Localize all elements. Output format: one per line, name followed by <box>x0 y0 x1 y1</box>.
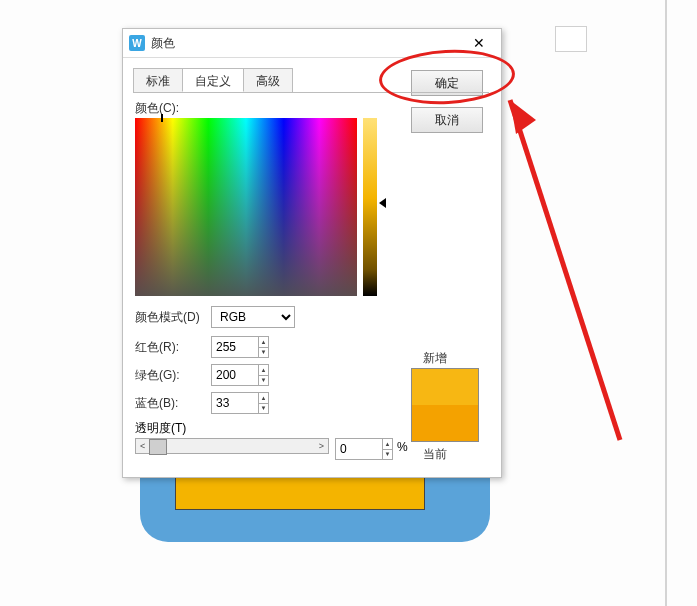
spin-down-icon[interactable]: ▼ <box>259 376 268 386</box>
color-mode-select[interactable]: RGB <box>211 306 295 328</box>
spin-up-icon[interactable]: ▲ <box>259 393 268 404</box>
preview-current-swatch <box>412 405 478 441</box>
opacity-slider-thumb[interactable] <box>149 439 167 455</box>
preview-new-swatch <box>412 369 478 405</box>
color-dialog: W 颜色 ✕ 标准 自定义 高级 确定 取消 颜色(C): 颜色模式(D) RG… <box>122 28 502 478</box>
cancel-button[interactable]: 取消 <box>411 107 483 133</box>
background-swatch <box>555 26 587 52</box>
titlebar: W 颜色 ✕ <box>123 29 501 58</box>
tabs: 标准 自定义 高级 <box>133 68 292 92</box>
mode-label: 颜色模式(D) <box>135 309 211 326</box>
color-preview <box>411 368 479 442</box>
green-label: 绿色(G): <box>135 367 211 384</box>
close-icon: ✕ <box>473 35 485 51</box>
opacity-label: 透明度(T) <box>135 420 186 437</box>
spin-up-icon[interactable]: ▲ <box>259 337 268 348</box>
svg-line-0 <box>510 100 620 440</box>
spin-up-icon[interactable]: ▲ <box>259 365 268 376</box>
color-picker-cursor <box>161 114 163 122</box>
opacity-input[interactable] <box>336 439 382 459</box>
color-label: 颜色(C): <box>135 100 179 117</box>
app-icon: W <box>129 35 145 51</box>
green-input[interactable] <box>212 365 258 385</box>
spin-down-icon[interactable]: ▼ <box>383 450 392 460</box>
chevron-left-icon[interactable]: < <box>140 441 145 451</box>
preview-current-label: 当前 <box>423 446 447 463</box>
close-button[interactable]: ✕ <box>463 31 495 55</box>
color-canvas[interactable] <box>135 118 357 296</box>
opacity-spinner[interactable]: ▲ ▼ <box>382 439 392 459</box>
blue-spinner[interactable]: ▲ ▼ <box>258 393 268 413</box>
spin-down-icon[interactable]: ▼ <box>259 348 268 358</box>
brightness-pointer-icon <box>379 198 386 208</box>
tab-advanced[interactable]: 高级 <box>243 68 293 92</box>
red-label: 红色(R): <box>135 339 211 356</box>
chevron-right-icon[interactable]: > <box>319 441 324 451</box>
svg-marker-1 <box>510 100 536 134</box>
tab-custom[interactable]: 自定义 <box>182 68 244 92</box>
green-spinner[interactable]: ▲ ▼ <box>258 365 268 385</box>
brightness-slider[interactable] <box>363 118 377 296</box>
tab-standard[interactable]: 标准 <box>133 68 183 92</box>
red-input[interactable] <box>212 337 258 357</box>
percent-label: % <box>397 440 408 454</box>
spin-up-icon[interactable]: ▲ <box>383 439 392 450</box>
window-title: 颜色 <box>151 35 463 52</box>
red-spinner[interactable]: ▲ ▼ <box>258 337 268 357</box>
spin-down-icon[interactable]: ▼ <box>259 404 268 414</box>
blue-label: 蓝色(B): <box>135 395 211 412</box>
blue-input[interactable] <box>212 393 258 413</box>
preview-new-label: 新增 <box>423 350 447 367</box>
